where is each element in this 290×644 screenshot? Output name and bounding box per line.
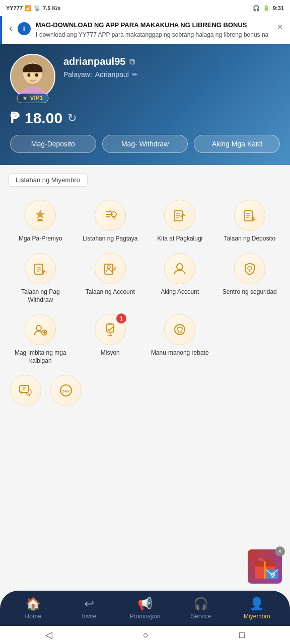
signal-icon: 📶 xyxy=(25,5,32,12)
menu-item-mission[interactable]: 1 Misyon xyxy=(78,309,143,370)
svg-point-27 xyxy=(107,266,110,269)
menu-item-rewards[interactable]: Mga Pa-Premyo xyxy=(8,195,73,248)
svg-point-4 xyxy=(35,73,38,77)
rebate-label: Manu-manong rebate xyxy=(151,349,209,357)
vip-badge: ★ VIP1 xyxy=(17,93,48,103)
rewards-label: Mga Pa-Premyo xyxy=(19,235,62,243)
svg-text:24/7: 24/7 xyxy=(62,389,70,393)
svg-point-30 xyxy=(248,266,252,270)
balance-row: ₱ 18.00 ↻ xyxy=(10,109,280,127)
sys-back-button[interactable]: ◁ xyxy=(45,629,52,640)
banner-content: MAG-DOWNLOAD NG APP PARA MAKAKUHA NG LIB… xyxy=(36,21,272,39)
security-icon-wrap xyxy=(234,253,265,284)
menu-item-chat[interactable] xyxy=(8,370,43,415)
nav-home[interactable]: 🏠 Home xyxy=(5,597,61,620)
service-nav-label: Service xyxy=(191,613,211,620)
menu-item-withdraw-list[interactable]: Talaan ng Pag Withdraw xyxy=(8,248,73,309)
account-list-icon-wrap xyxy=(95,253,126,284)
my-account-icon-wrap xyxy=(164,253,195,284)
vip-star-icon: ★ xyxy=(22,95,28,102)
cards-button[interactable]: Aking Mga Kard xyxy=(194,135,280,153)
refresh-icon[interactable]: ↻ xyxy=(67,112,77,125)
profile-info: adrianpaul95 ⧉ Palayaw: Adrianpaul ✏ xyxy=(63,54,280,78)
banner-chevron[interactable]: ‹ xyxy=(9,22,13,34)
menu-item-deposit-list[interactable]: Talaan ng Deposito xyxy=(218,195,282,248)
placeholder-icon xyxy=(234,314,265,345)
support-icon-wrap: 24/7 xyxy=(50,375,82,406)
nav-service[interactable]: 🎧 Service xyxy=(173,597,229,620)
menu-item-security[interactable]: Sentro ng seguridad xyxy=(218,248,282,309)
time: 9:31 xyxy=(273,5,284,11)
balance-currency: ₱ xyxy=(10,109,20,127)
betting-icon-wrap xyxy=(95,200,126,231)
withdraw-button[interactable]: Mag- Withdraw xyxy=(102,135,188,153)
rewards-icon-wrap xyxy=(25,200,56,231)
my-account-label: Aking Account xyxy=(161,288,199,296)
home-label: Home xyxy=(25,613,41,620)
members-section: Listahan ng Miyembro xyxy=(0,165,290,195)
sys-recent-button[interactable]: □ xyxy=(239,630,245,640)
member-nav-icon: 👤 xyxy=(249,597,264,611)
floating-promo[interactable]: × @ xyxy=(248,549,282,584)
menu-item-betting[interactable]: Listahan ng Pagtaya xyxy=(78,195,143,248)
menu-grid-row2: Talaan ng Pag Withdraw Talaan ng Account… xyxy=(0,248,290,309)
action-buttons: Mag-Deposito Mag- Withdraw Aking Mga Kar… xyxy=(10,135,280,153)
promo-nav-icon: 📢 xyxy=(137,597,153,611)
svg-rect-35 xyxy=(107,324,114,332)
security-label: Sentro ng seguridad xyxy=(223,288,277,296)
status-left: YY777 📶 📡 7.5 K/s xyxy=(6,5,61,12)
avatar-wrap: ★ VIP1 xyxy=(10,54,55,99)
svg-point-39 xyxy=(180,330,182,332)
withdraw-list-label: Talaan ng Pag Withdraw xyxy=(10,288,71,304)
copy-icon[interactable]: ⧉ xyxy=(129,57,135,66)
menu-item-rebate[interactable]: Manu-manong rebate xyxy=(148,309,212,370)
deposit-button[interactable]: Mag-Deposito xyxy=(10,135,96,153)
vip-label: VIP1 xyxy=(30,95,43,102)
menu-item-account-list[interactable]: Talaan ng Account xyxy=(78,248,143,309)
edit-icon[interactable]: ✏ xyxy=(132,70,138,78)
mission-icon-wrap: 1 xyxy=(95,314,126,345)
bottom-icons-row: 24/7 xyxy=(0,370,290,420)
menu-grid: Mga Pa-Premyo Listahan ng Pagtaya xyxy=(0,195,290,248)
avatar xyxy=(10,54,55,99)
download-banner: ‹ i MAG-DOWNLOAD NG APP PARA MAKAKUHA NG… xyxy=(0,16,290,44)
svg-rect-6 xyxy=(37,220,43,221)
members-label: Listahan ng Miyembro xyxy=(8,173,88,187)
promo-nav-label: Promosyon xyxy=(130,613,161,620)
nav-invite[interactable]: ↩ Invite xyxy=(61,597,117,620)
headphone-icon: 🎧 xyxy=(253,5,260,12)
profile-section: ★ VIP1 adrianpaul95 ⧉ Palayaw: Adrianpau… xyxy=(0,44,290,165)
banner-subtitle: I-download ang YY777 APP para makatangga… xyxy=(36,31,272,39)
chat-icon-wrap xyxy=(10,375,41,406)
status-bar: YY777 📶 📡 7.5 K/s 🎧 🔋 9:31 xyxy=(0,0,290,16)
wifi-icon: 📡 xyxy=(34,5,41,12)
menu-item-support[interactable]: 24/7 xyxy=(48,370,84,415)
betting-label: Listahan ng Pagtaya xyxy=(83,235,137,243)
menu-item-income[interactable]: Kita at Pagkalugi xyxy=(148,195,212,248)
svg-rect-5 xyxy=(38,219,42,220)
menu-item-invite[interactable]: Mag-imbita ng mga kaibigan xyxy=(8,309,73,370)
nav-member[interactable]: 👤 Miyembro xyxy=(229,597,285,620)
speed: 7.5 K/s xyxy=(43,5,60,11)
invite-icon-wrap xyxy=(25,314,56,345)
nav-promo[interactable]: 📢 Promosyon xyxy=(117,597,173,620)
menu-item-my-account[interactable]: Aking Account xyxy=(148,248,212,309)
svg-point-3 xyxy=(27,73,30,77)
palayaw-label: Palayaw: xyxy=(63,70,92,78)
battery-icon: 🔋 xyxy=(263,5,270,12)
profile-top: ★ VIP1 adrianpaul95 ⧉ Palayaw: Adrianpau… xyxy=(10,54,280,99)
banner-info-icon: i xyxy=(18,22,31,35)
svg-point-38 xyxy=(177,330,179,332)
banner-close-button[interactable]: × xyxy=(277,21,283,33)
bottom-nav: 🏠 Home ↩ Invite 📢 Promosyon 🎧 Service 👤 … xyxy=(0,591,290,626)
promo-close-button[interactable]: × xyxy=(275,546,285,556)
svg-rect-36 xyxy=(108,323,112,325)
service-nav-icon: 🎧 xyxy=(193,597,208,611)
username: adrianpaul95 xyxy=(63,56,125,67)
sys-home-button[interactable]: ○ xyxy=(143,630,149,640)
invite-nav-icon: ↩ xyxy=(84,597,94,611)
palayaw-row: Palayaw: Adrianpaul ✏ xyxy=(63,70,280,78)
svg-point-31 xyxy=(36,326,41,331)
income-label: Kita at Pagkalugi xyxy=(157,235,202,243)
income-icon-wrap xyxy=(164,200,195,231)
